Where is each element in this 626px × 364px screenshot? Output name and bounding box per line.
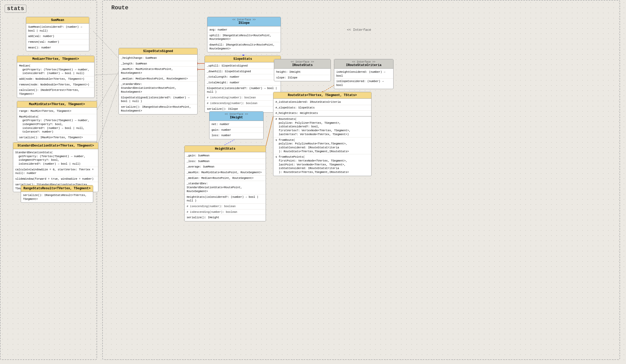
class-row: #_slopeStats: SlopeStats	[273, 105, 371, 111]
class-MaxMinStats: MaxMinStats<TVertex, TSegment> range: Ma…	[17, 101, 97, 141]
class-header-RouteStats: RouteStats<TVertex, TSegment, TStats>	[273, 92, 371, 99]
class-row: s fromRoutePoints( firstPoint: VertexNod…	[273, 154, 371, 175]
class-ISlope: << Interface >> ISlope avg: number uphil…	[207, 17, 281, 52]
class-row: _standardDev: StandardDeviationStats<Rou…	[119, 82, 197, 95]
class-row: remove(val: number)	[26, 39, 89, 45]
class-row: MaxMinStats( getProperty: (TVertex|TSegm…	[17, 114, 97, 135]
class-row: _uphill: SlopeStatsSigned	[205, 63, 281, 69]
class-header-ISlope: << Interface >> ISlope	[207, 17, 281, 26]
class-row: SumMean(isConsidered?: (number) → bool |…	[26, 24, 89, 34]
class-SlopeStatsSigned: SlopeStatsSigned _heightChange: SumMean …	[119, 48, 198, 114]
class-header-StandardDeviationStats: StandardDeviationStats<TVertex, TSegment…	[13, 143, 98, 149]
class-row: serialize(): IRangeStatsResults<RoutePoi…	[119, 104, 197, 113]
class-body-RouteStats: #_isStatsConsidered: IRouteStatsCriteria…	[273, 99, 371, 176]
class-row: # isAscending(number): boolean	[205, 95, 281, 101]
class-IRouteStats: << Interface >> IRouteStats height: IHei…	[274, 59, 331, 81]
class-row: remove(node: NodeDouble<TVertex, TSegmen…	[17, 82, 94, 88]
class-row: serialize(): IHeight	[185, 215, 266, 220]
class-row: # isDescending(number): boolean	[185, 209, 266, 215]
class-row: net: number	[209, 122, 263, 127]
class-body-Median: Median( getProperty: (TVertex|TSegment) …	[17, 62, 94, 98]
class-body-HeightStats: _gain: SumMean _loss: SumMean _average: …	[185, 152, 266, 221]
class-row: s fromRoute( polyline: PolylineRoute<TVe…	[273, 137, 371, 155]
class-row: #_heightStats: HeightStats	[273, 111, 371, 116]
class-row: downhill: IRangeStatsResults<RoutePoint,…	[207, 42, 281, 51]
diagram-container: stats Route	[0, 0, 626, 364]
class-row: _maxMin: MaxMinStats<RoutePoint, RouteSe…	[119, 67, 197, 76]
class-row: #_isStatsConsidered: IRouteStatsCriteria	[273, 99, 371, 105]
class-row: avg: number	[207, 27, 281, 33]
class-row: _downhill: SlopeStatsSigned	[205, 69, 281, 75]
class-header-IHeight: << Interface >> IHeight	[209, 112, 263, 121]
class-row: slideWindow(forward = true, windowSize =…	[13, 176, 98, 182]
class-RangeStatsResults: RangeStatsResults<TVertex, TSegment> ser…	[21, 185, 93, 203]
class-row: _average: SumMean	[185, 164, 266, 170]
class-SumMean: SumMean SumMean(isConsidered?: (number) …	[26, 17, 89, 51]
class-IRouteStatsCriteria: << Interface >> IRouteStatsCriteria isHe…	[334, 59, 394, 89]
class-row: serialize(): ISlope	[205, 106, 281, 112]
class-row: # isDescending(number): boolean	[205, 101, 281, 106]
route-label: Route	[111, 5, 128, 11]
class-row: calculate(): INodeOfInterest<TVertex, TS…	[17, 88, 94, 97]
interface-label-IHeight: << Interface >>	[212, 113, 261, 116]
class-row: calculate(windowSize = 0, startVertex: T…	[13, 167, 98, 176]
class-header-SlopeStatsSigned: SlopeStatsSigned	[119, 48, 197, 55]
class-header-SumMean: SumMean	[26, 17, 89, 24]
class-row: loss: number	[209, 133, 263, 138]
class-row: serialize(): IMaxMin<TVertex, TSegment>	[17, 135, 97, 140]
class-row: isSlopeConsidered: (number) → bool	[334, 79, 393, 88]
class-Median: Median<TVertex, TSegment> Median( getPro…	[17, 56, 94, 98]
class-row: StandardDeviationStats( getProperty: (TV…	[13, 150, 98, 167]
class-row: mean(): number	[26, 45, 89, 50]
class-row: # isAscending(number): boolean	[185, 204, 266, 209]
class-row: # RouteStats( polyline: Polyline<TVertex…	[273, 116, 371, 137]
class-row: _heightChange: SumMean	[119, 55, 197, 61]
class-header-SlopeStats: SlopeStats	[205, 56, 281, 62]
class-row: _median: Median<RoutePoint, RouteSegment…	[119, 76, 197, 82]
class-header-IRouteStatsCriteria: << Interface >> IRouteStatsCriteria	[334, 59, 393, 69]
class-HeightStats: HeightStats _gain: SumMean _loss: SumMea…	[184, 145, 266, 221]
class-row: _loss: SumMean	[185, 159, 266, 164]
class-body-RangeStatsResults: serialize(): IRangeStatsResult<TVertex, …	[21, 192, 93, 202]
class-row: height: IHeight	[274, 69, 331, 75]
class-body-ISlope: avg: number uphill: IRangeStatsResults<R…	[207, 26, 281, 52]
class-body-IRouteStatsCriteria: isHeightConsidered: (number) → bool isSl…	[334, 69, 393, 89]
class-row: isHeightConsidered: (number) → bool	[334, 69, 393, 79]
class-body-SumMean: SumMean(isConsidered?: (number) → bool |…	[26, 24, 89, 51]
class-row: SlopeStats(isConsidered?: (number) → boo…	[205, 86, 281, 95]
class-header-MaxMinStats: MaxMinStats<TVertex, TSegment>	[17, 101, 97, 108]
class-StandardDeviationStats: StandardDeviationStats<TVertex, TSegment…	[13, 142, 98, 192]
interface-label-IRouteStatsCriteria: << Interface >>	[336, 61, 391, 63]
class-row: uphill: IRangeStatsResults<RoutePoint, R…	[207, 33, 281, 42]
class-row: slope: ISlope	[274, 75, 331, 81]
class-body-MaxMinStats: range: MaxMin<TVertex, TSegment> MaxMinS…	[17, 108, 97, 141]
class-row: _maxMin: MaxMinStats<RoutePoint, RouteSe…	[185, 170, 266, 176]
interface-label-IRouteStats: << Interface >>	[276, 61, 329, 63]
class-row: gain: number	[209, 127, 263, 133]
class-row: _totalHeight: number	[205, 80, 281, 86]
class-header-Median: Median<TVertex, TSegment>	[17, 56, 94, 62]
breadcrumb-interface: << Interface	[347, 28, 371, 32]
class-body-IRouteStats: height: IHeight slope: ISlope	[274, 69, 331, 81]
class-body-IHeight: net: number gain: number loss: number	[209, 121, 263, 139]
stats-label: stats	[5, 5, 26, 13]
class-row: _gain: SumMean	[185, 153, 266, 159]
class-row: add(node: NodeDouble<TVertex, TSegment>)	[17, 76, 94, 82]
class-row: _length: SumMean	[119, 61, 197, 67]
class-header-RangeStatsResults: RangeStatsResults<TVertex, TSegment>	[21, 185, 93, 192]
class-body-SlopeStatsSigned: _heightChange: SumMean _length: SumMean …	[119, 55, 197, 114]
class-row: add(val: number)	[26, 34, 89, 39]
class-row: Median( getProperty: (TVertex|TSegment) …	[17, 63, 94, 76]
class-SlopeStats: SlopeStats _uphill: SlopeStatsSigned _do…	[205, 56, 281, 113]
class-header-IRouteStats: << Interface >> IRouteStats	[274, 59, 331, 69]
class-row: HeightStats(isConsidered?: (number) → bo…	[185, 194, 266, 204]
class-row: serialize(): IRangeStatsResult<TVertex, …	[21, 193, 93, 202]
class-IHeight: << Interface >> IHeight net: number gain…	[209, 111, 264, 139]
class-row: SlopeStatsSigned(isConsidered?: (number)…	[119, 95, 197, 104]
class-header-HeightStats: HeightStats	[185, 146, 266, 152]
class-row: _standardDev: StandardDeviationStats<Rou…	[185, 181, 266, 194]
class-row: range: MaxMin<TVertex, TSegment>	[17, 108, 97, 114]
interface-label-ISlope: << Interface >>	[209, 18, 279, 21]
class-row: _totalLength: number	[205, 74, 281, 80]
class-row: _median: Median<RoutePoint, RouteSegment…	[185, 176, 266, 181]
